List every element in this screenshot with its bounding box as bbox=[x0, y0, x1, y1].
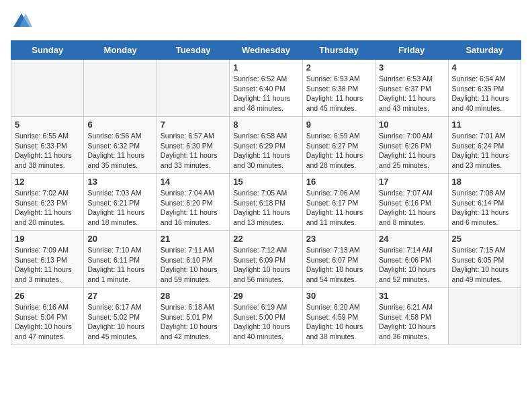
calendar-cell bbox=[448, 288, 521, 345]
day-number: 29 bbox=[233, 291, 298, 301]
day-number: 1 bbox=[233, 62, 298, 73]
day-number: 20 bbox=[87, 234, 152, 244]
calendar-cell: 8Sunrise: 6:58 AM Sunset: 6:29 PM Daylig… bbox=[230, 117, 302, 174]
day-number: 31 bbox=[379, 291, 444, 301]
day-number: 9 bbox=[306, 120, 371, 130]
calendar-cell: 19Sunrise: 7:09 AM Sunset: 6:13 PM Dayli… bbox=[11, 231, 84, 288]
calendar-cell: 31Sunrise: 6:21 AM Sunset: 4:58 PM Dayli… bbox=[375, 288, 448, 345]
day-info: Sunrise: 6:19 AM Sunset: 5:00 PM Dayligh… bbox=[233, 302, 298, 342]
calendar-week-row: 19Sunrise: 7:09 AM Sunset: 6:13 PM Dayli… bbox=[11, 231, 521, 288]
day-number: 14 bbox=[161, 177, 226, 187]
header-day: Tuesday bbox=[157, 41, 229, 60]
day-info: Sunrise: 7:06 AM Sunset: 6:17 PM Dayligh… bbox=[306, 188, 371, 228]
day-info: Sunrise: 6:20 AM Sunset: 4:59 PM Dayligh… bbox=[306, 302, 371, 342]
calendar-cell: 20Sunrise: 7:10 AM Sunset: 6:11 PM Dayli… bbox=[84, 231, 157, 288]
logo bbox=[11, 11, 35, 32]
day-number: 21 bbox=[161, 234, 226, 244]
calendar-cell: 3Sunrise: 6:53 AM Sunset: 6:37 PM Daylig… bbox=[375, 60, 448, 117]
calendar-cell: 22Sunrise: 7:12 AM Sunset: 6:09 PM Dayli… bbox=[230, 231, 302, 288]
calendar-cell: 29Sunrise: 6:19 AM Sunset: 5:00 PM Dayli… bbox=[230, 288, 302, 345]
header-day: Friday bbox=[375, 41, 448, 60]
day-info: Sunrise: 7:12 AM Sunset: 6:09 PM Dayligh… bbox=[233, 245, 298, 285]
day-number: 4 bbox=[452, 62, 517, 73]
day-info: Sunrise: 6:18 AM Sunset: 5:01 PM Dayligh… bbox=[161, 302, 226, 342]
header-day: Wednesday bbox=[230, 41, 302, 60]
calendar-cell: 15Sunrise: 7:05 AM Sunset: 6:18 PM Dayli… bbox=[230, 174, 302, 231]
day-info: Sunrise: 6:53 AM Sunset: 6:38 PM Dayligh… bbox=[306, 74, 371, 113]
day-info: Sunrise: 7:14 AM Sunset: 6:06 PM Dayligh… bbox=[379, 245, 444, 285]
day-info: Sunrise: 6:52 AM Sunset: 6:40 PM Dayligh… bbox=[233, 74, 298, 113]
calendar-table: SundayMondayTuesdayWednesdayThursdayFrid… bbox=[11, 40, 521, 345]
calendar-cell: 7Sunrise: 6:57 AM Sunset: 6:30 PM Daylig… bbox=[157, 117, 229, 174]
day-number: 5 bbox=[15, 120, 80, 130]
calendar-cell: 1Sunrise: 6:52 AM Sunset: 6:40 PM Daylig… bbox=[230, 60, 302, 117]
calendar-cell: 2Sunrise: 6:53 AM Sunset: 6:38 PM Daylig… bbox=[302, 60, 375, 117]
calendar-cell: 10Sunrise: 7:00 AM Sunset: 6:26 PM Dayli… bbox=[375, 117, 448, 174]
day-info: Sunrise: 6:56 AM Sunset: 6:32 PM Dayligh… bbox=[87, 131, 152, 171]
calendar-cell: 5Sunrise: 6:55 AM Sunset: 6:33 PM Daylig… bbox=[11, 117, 84, 174]
day-number: 18 bbox=[452, 177, 517, 187]
calendar-cell: 27Sunrise: 6:17 AM Sunset: 5:02 PM Dayli… bbox=[84, 288, 157, 345]
page-header bbox=[11, 11, 521, 32]
day-number: 17 bbox=[379, 177, 444, 187]
day-info: Sunrise: 6:21 AM Sunset: 4:58 PM Dayligh… bbox=[379, 302, 444, 342]
calendar-cell bbox=[84, 60, 157, 117]
calendar-cell: 18Sunrise: 7:08 AM Sunset: 6:14 PM Dayli… bbox=[448, 174, 521, 231]
day-info: Sunrise: 6:59 AM Sunset: 6:27 PM Dayligh… bbox=[306, 131, 371, 171]
day-number: 8 bbox=[233, 120, 298, 130]
day-number: 30 bbox=[306, 291, 371, 301]
day-number: 23 bbox=[306, 234, 371, 244]
calendar-cell: 24Sunrise: 7:14 AM Sunset: 6:06 PM Dayli… bbox=[375, 231, 448, 288]
calendar-cell: 4Sunrise: 6:54 AM Sunset: 6:35 PM Daylig… bbox=[448, 60, 521, 117]
day-info: Sunrise: 6:55 AM Sunset: 6:33 PM Dayligh… bbox=[15, 131, 80, 171]
day-number: 6 bbox=[87, 120, 152, 130]
calendar-week-row: 1Sunrise: 6:52 AM Sunset: 6:40 PM Daylig… bbox=[11, 60, 521, 117]
calendar-cell: 6Sunrise: 6:56 AM Sunset: 6:32 PM Daylig… bbox=[84, 117, 157, 174]
day-number: 13 bbox=[87, 177, 152, 187]
day-number: 24 bbox=[379, 234, 444, 244]
calendar-header: SundayMondayTuesdayWednesdayThursdayFrid… bbox=[11, 41, 521, 60]
day-info: Sunrise: 6:58 AM Sunset: 6:29 PM Dayligh… bbox=[233, 131, 298, 171]
day-number: 7 bbox=[161, 120, 226, 130]
header-day: Saturday bbox=[448, 41, 521, 60]
day-info: Sunrise: 7:13 AM Sunset: 6:07 PM Dayligh… bbox=[306, 245, 371, 285]
day-number: 11 bbox=[452, 120, 517, 130]
day-number: 26 bbox=[15, 291, 80, 301]
header-row: SundayMondayTuesdayWednesdayThursdayFrid… bbox=[11, 41, 521, 60]
day-info: Sunrise: 7:08 AM Sunset: 6:14 PM Dayligh… bbox=[452, 188, 517, 228]
header-day: Sunday bbox=[11, 41, 84, 60]
day-info: Sunrise: 6:17 AM Sunset: 5:02 PM Dayligh… bbox=[87, 302, 152, 342]
day-info: Sunrise: 6:57 AM Sunset: 6:30 PM Dayligh… bbox=[161, 131, 226, 171]
calendar-cell: 16Sunrise: 7:06 AM Sunset: 6:17 PM Dayli… bbox=[302, 174, 375, 231]
calendar-cell: 14Sunrise: 7:04 AM Sunset: 6:20 PM Dayli… bbox=[157, 174, 229, 231]
calendar-week-row: 5Sunrise: 6:55 AM Sunset: 6:33 PM Daylig… bbox=[11, 117, 521, 174]
calendar-cell: 30Sunrise: 6:20 AM Sunset: 4:59 PM Dayli… bbox=[302, 288, 375, 345]
day-number: 27 bbox=[87, 291, 152, 301]
day-number: 3 bbox=[379, 62, 444, 73]
day-info: Sunrise: 7:11 AM Sunset: 6:10 PM Dayligh… bbox=[161, 245, 226, 285]
day-number: 25 bbox=[452, 234, 517, 244]
day-number: 15 bbox=[233, 177, 298, 187]
day-info: Sunrise: 7:02 AM Sunset: 6:23 PM Dayligh… bbox=[15, 188, 80, 228]
day-number: 2 bbox=[306, 62, 371, 73]
calendar-cell: 11Sunrise: 7:01 AM Sunset: 6:24 PM Dayli… bbox=[448, 117, 521, 174]
day-info: Sunrise: 7:00 AM Sunset: 6:26 PM Dayligh… bbox=[379, 131, 444, 171]
day-number: 10 bbox=[379, 120, 444, 130]
calendar-cell: 23Sunrise: 7:13 AM Sunset: 6:07 PM Dayli… bbox=[302, 231, 375, 288]
day-number: 19 bbox=[15, 234, 80, 244]
header-day: Thursday bbox=[302, 41, 375, 60]
day-number: 16 bbox=[306, 177, 371, 187]
calendar-cell: 12Sunrise: 7:02 AM Sunset: 6:23 PM Dayli… bbox=[11, 174, 84, 231]
header-day: Monday bbox=[84, 41, 157, 60]
day-info: Sunrise: 7:01 AM Sunset: 6:24 PM Dayligh… bbox=[452, 131, 517, 171]
day-info: Sunrise: 6:54 AM Sunset: 6:35 PM Dayligh… bbox=[452, 74, 517, 113]
calendar-week-row: 26Sunrise: 6:16 AM Sunset: 5:04 PM Dayli… bbox=[11, 288, 521, 345]
day-info: Sunrise: 7:03 AM Sunset: 6:21 PM Dayligh… bbox=[87, 188, 152, 228]
logo-icon bbox=[11, 11, 32, 32]
calendar-cell: 9Sunrise: 6:59 AM Sunset: 6:27 PM Daylig… bbox=[302, 117, 375, 174]
calendar-cell bbox=[11, 60, 84, 117]
calendar-week-row: 12Sunrise: 7:02 AM Sunset: 6:23 PM Dayli… bbox=[11, 174, 521, 231]
day-info: Sunrise: 7:05 AM Sunset: 6:18 PM Dayligh… bbox=[233, 188, 298, 228]
day-info: Sunrise: 7:15 AM Sunset: 6:05 PM Dayligh… bbox=[452, 245, 517, 285]
day-info: Sunrise: 7:09 AM Sunset: 6:13 PM Dayligh… bbox=[15, 245, 80, 285]
